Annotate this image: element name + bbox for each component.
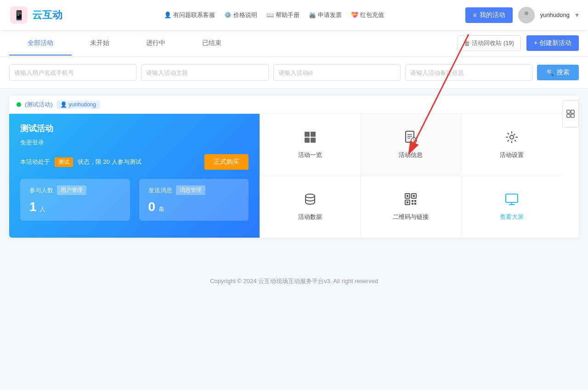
message-manage-button[interactable]: 消息管理 xyxy=(176,185,205,195)
activity-tags: (测试活动) 👤 yunhudong xyxy=(9,96,579,114)
svg-rect-6 xyxy=(311,138,316,143)
tabs-left: 全部活动 未开始 进行中 已结束 xyxy=(9,31,457,56)
search-id-input[interactable] xyxy=(273,64,401,81)
search-username-input[interactable] xyxy=(9,64,136,81)
invoice-icon: 🖨️ xyxy=(309,11,316,18)
logo-text: 云互动 xyxy=(32,8,62,22)
action-settings[interactable]: 活动设置 xyxy=(462,114,562,176)
action-big-screen-label: 查看大屏 xyxy=(500,213,524,221)
activity-actions: 活动一览 活动信息 活动设置 xyxy=(260,114,562,238)
search-theme-input[interactable] xyxy=(141,64,268,81)
action-overview-label: 活动一览 xyxy=(298,151,322,159)
buy-button[interactable]: 正式购买 xyxy=(204,154,249,170)
logo-area: 📱 云互动 xyxy=(9,6,83,25)
nav-invoice[interactable]: 🖨️ 申请发票 xyxy=(309,11,342,19)
recycle-button[interactable]: 🗑 活动回收站 (19) xyxy=(457,35,521,51)
tab-ended[interactable]: 已结束 xyxy=(184,31,240,56)
activity-status-row: 本活动处于 测试 状态，限 20 人参与测试 正式购买 xyxy=(20,154,249,170)
create-activity-button[interactable]: + 创建新活动 xyxy=(526,35,579,51)
tabs-right: 🗑 活动回收站 (19) + 创建新活动 xyxy=(457,30,579,56)
svg-rect-29 xyxy=(567,110,570,113)
svg-rect-25 xyxy=(414,203,416,205)
screen-icon xyxy=(505,192,519,209)
search-icon: 🔍 xyxy=(546,69,554,76)
status-badge: 测试 xyxy=(55,157,73,167)
list-icon: ≡ xyxy=(473,11,476,19)
activity-title: 测试活动 xyxy=(20,123,249,134)
activity-card: 测试活动 免密登录 本活动处于 测试 状态，限 20 人参与测试 正式购买 参与… xyxy=(9,114,260,238)
pricing-icon: ⚙️ xyxy=(224,11,232,18)
nav-recharge[interactable]: 💝 红包充值 xyxy=(351,11,384,19)
action-big-screen[interactable]: 查看大屏 xyxy=(462,176,562,238)
activity-login: 免密登录 xyxy=(20,139,249,147)
svg-rect-31 xyxy=(567,114,570,117)
activity-stats: 参与人数 用户管理 1 人 发送消息 消息管理 xyxy=(20,179,249,221)
svg-rect-26 xyxy=(506,194,518,202)
user-name[interactable]: yunhudong xyxy=(540,11,570,18)
activity-tag-label[interactable]: (测试活动) xyxy=(25,100,53,109)
svg-rect-23 xyxy=(414,200,416,202)
user-tag: 👤 yunhudong xyxy=(57,100,100,109)
gear-icon xyxy=(505,130,519,147)
search-note-input[interactable] xyxy=(405,64,532,81)
tab-all-activities[interactable]: 全部活动 xyxy=(9,31,72,56)
svg-point-13 xyxy=(413,141,414,142)
logo-icon: 📱 xyxy=(9,6,28,25)
svg-point-14 xyxy=(510,135,514,139)
svg-rect-19 xyxy=(413,195,415,197)
action-overview[interactable]: 活动一览 xyxy=(260,114,361,176)
action-settings-label: 活动设置 xyxy=(500,151,524,159)
tab-in-progress[interactable]: 进行中 xyxy=(128,31,184,56)
support-icon: 👤 xyxy=(164,11,171,18)
svg-rect-24 xyxy=(412,203,413,205)
participants-count: 1 人 xyxy=(29,200,121,214)
search-bar: 🔍 搜索 xyxy=(0,57,588,89)
activity-list: (测试活动) 👤 yunhudong 测试活动 免密登录 本活动处于 测试 状态… xyxy=(0,89,588,245)
svg-point-2 xyxy=(525,11,528,15)
qrcode-icon xyxy=(404,192,418,209)
nav-links: 👤 有问题联系客服 ⚙️ 价格说明 📖 帮助手册 🖨️ 申请发票 💝 红包充值 xyxy=(83,11,465,19)
recharge-icon: 💝 xyxy=(351,11,358,18)
action-data[interactable]: 活动数据 xyxy=(260,176,361,238)
svg-rect-5 xyxy=(305,138,310,143)
trash-icon: 🗑 xyxy=(464,40,470,47)
svg-rect-30 xyxy=(571,110,574,113)
action-info[interactable]: 活动信息 xyxy=(361,114,461,176)
help-icon: 📖 xyxy=(266,11,274,18)
dropdown-icon[interactable]: ▾ xyxy=(575,11,579,19)
messages-stat: 发送消息 消息管理 0 条 xyxy=(139,179,249,221)
header: 📱 云互动 👤 有问题联系客服 ⚙️ 价格说明 📖 帮助手册 🖨️ 申请发票 💝… xyxy=(0,0,588,30)
action-qrcode[interactable]: 二维码与链接 xyxy=(361,176,461,238)
nav-help[interactable]: 📖 帮助手册 xyxy=(266,11,300,19)
tab-not-started[interactable]: 未开始 xyxy=(72,31,128,56)
participants-header: 参与人数 用户管理 xyxy=(29,185,121,195)
doc-icon xyxy=(404,130,418,147)
svg-rect-21 xyxy=(407,201,408,203)
nav-support[interactable]: 👤 有问题联系客服 xyxy=(164,11,215,19)
svg-rect-22 xyxy=(412,200,413,202)
user-manage-button[interactable]: 用户管理 xyxy=(57,185,86,195)
grid-icon xyxy=(303,130,317,147)
nav-pricing[interactable]: ⚙️ 价格说明 xyxy=(224,11,257,19)
svg-rect-32 xyxy=(571,114,574,117)
svg-point-15 xyxy=(305,194,315,198)
svg-rect-4 xyxy=(311,132,316,137)
footer: Copyright © 2024 云互动现场互动服务平台v3. All righ… xyxy=(0,263,588,299)
action-qrcode-label: 二维码与链接 xyxy=(393,213,429,221)
svg-rect-17 xyxy=(407,195,408,197)
activity-item: (测试活动) 👤 yunhudong 测试活动 免密登录 本活动处于 测试 状态… xyxy=(9,96,579,238)
action-info-label: 活动信息 xyxy=(399,151,423,159)
messages-count: 0 条 xyxy=(148,200,240,214)
tabs-bar: 全部活动 未开始 进行中 已结束 🗑 活动回收站 (19) + 创建新活动 xyxy=(0,30,588,57)
database-icon xyxy=(303,192,317,209)
avatar xyxy=(518,7,535,23)
my-activity-button[interactable]: ≡ 我的活动 xyxy=(465,7,512,23)
search-button[interactable]: 🔍 搜索 xyxy=(537,65,579,80)
status-dot xyxy=(17,102,21,107)
messages-header: 发送消息 消息管理 xyxy=(148,185,240,195)
user-tag-icon: 👤 xyxy=(60,101,67,108)
activity-content: 测试活动 免密登录 本活动处于 测试 状态，限 20 人参与测试 正式购买 参与… xyxy=(9,114,579,238)
side-toggle[interactable] xyxy=(562,100,579,128)
header-right: ≡ 我的活动 yunhudong ▾ xyxy=(465,7,579,23)
svg-text:📱: 📱 xyxy=(13,10,25,21)
